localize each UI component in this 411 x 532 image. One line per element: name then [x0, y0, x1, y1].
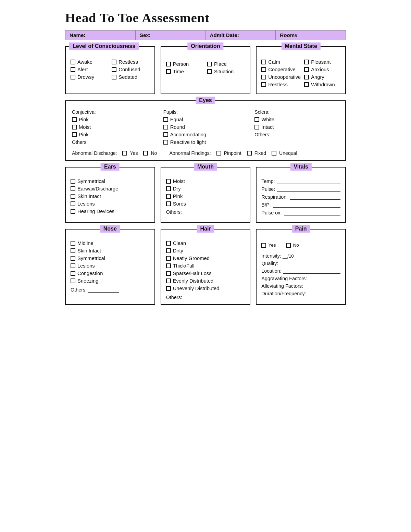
cb-fixed-box[interactable] [247, 151, 252, 156]
findings-pinpoint-label: Pinpoint [224, 150, 241, 156]
cb-evenly-distributed-box[interactable] [166, 279, 171, 283]
cb-anxious-box[interactable] [304, 67, 309, 72]
cb-earwax-box[interactable] [71, 186, 75, 191]
cb-uncooperative-box[interactable] [261, 75, 266, 79]
cb-pain-no-box[interactable] [286, 243, 291, 248]
findings-label: Abnormal Findings: [169, 150, 211, 156]
cb-clean: Clean [166, 240, 245, 246]
conj-others: Others: [72, 139, 157, 145]
cb-withdrawn-box[interactable] [304, 82, 309, 87]
findings-fixed-group: Fixed [247, 150, 266, 156]
findings-fixed-label: Fixed [254, 150, 266, 156]
cb-hearing-devices: Hearing Devices [71, 209, 150, 214]
cb-round-box[interactable] [163, 125, 168, 129]
cb-anxious: Anxious [304, 67, 340, 72]
cb-sneezing-box[interactable] [71, 279, 75, 283]
cb-angry-box[interactable] [304, 75, 309, 79]
cb-thick-full-box[interactable] [166, 263, 171, 268]
cb-symmetrical-nose-box[interactable] [71, 256, 75, 261]
cb-moist: Moist [166, 178, 245, 184]
nose-others-label: Others: [71, 287, 87, 293]
cb-situation: Situation [207, 69, 245, 74]
cb-sores-box[interactable] [166, 201, 171, 206]
cb-pinpoint-box[interactable] [216, 151, 221, 156]
cb-skin-intact-nose-box[interactable] [71, 248, 75, 253]
cb-cooperative-box[interactable] [261, 67, 266, 72]
cb-uncooperative: Uncooperative [261, 74, 301, 80]
cb-confused: Confused [112, 67, 149, 72]
cb-discharge-no-box[interactable] [143, 151, 148, 156]
cb-neatly-groomed-box[interactable] [166, 256, 171, 261]
cb-unequal-box[interactable] [272, 151, 276, 156]
cb-intact-box[interactable] [254, 125, 259, 129]
cb-conj-moist-box[interactable] [72, 125, 77, 129]
cb-calm: Calm [261, 59, 301, 65]
cb-conj-pink2-box[interactable] [72, 132, 77, 137]
mid-sections: Ears Symmetrical Earwax/Discharge Skin I… [65, 167, 346, 223]
vitals-pulseox: Pulse ox: [261, 210, 340, 215]
eyes-section: Eyes Conjuctiva: Pink Moist Pink Others:… [65, 100, 346, 161]
cb-discharge-yes-box[interactable] [122, 151, 127, 156]
pain-quality: Quality: [261, 261, 340, 266]
cb-reactive-box[interactable] [163, 140, 168, 145]
cb-hearing-devices-box[interactable] [71, 209, 75, 214]
cb-symmetrical-box[interactable] [71, 179, 75, 184]
cb-evenly-distributed: Evenly Distributed [166, 278, 245, 284]
cb-pink-mouth-box[interactable] [166, 194, 171, 199]
cb-dirty: Dirty [166, 248, 245, 253]
cb-accommodating-box[interactable] [163, 132, 168, 137]
cb-pain-no: No [286, 243, 299, 248]
consciousness-title: Level of Consciousness [69, 42, 139, 50]
nose-others-line: Others: [71, 287, 150, 293]
hair-others-line: Others: [166, 295, 245, 300]
cb-moist-box[interactable] [166, 179, 171, 184]
cb-place-box[interactable] [207, 62, 212, 66]
cb-white-box[interactable] [254, 117, 259, 122]
cb-skin-intact-ears-box[interactable] [71, 194, 75, 199]
cb-accommodating: Accommodating [163, 132, 248, 137]
cb-confused-box[interactable] [112, 67, 116, 72]
cb-dry-box[interactable] [166, 186, 171, 191]
cb-awake-box[interactable] [71, 60, 75, 64]
cb-lesions-ears-box[interactable] [71, 201, 75, 206]
cb-unevenly-distributed-box[interactable] [166, 286, 171, 291]
cb-time-box[interactable] [166, 69, 171, 74]
cb-pain-yes-box[interactable] [261, 243, 266, 248]
discharge-yes-label: Yes [130, 150, 138, 156]
discharge-no-group: No [143, 150, 157, 156]
cb-drowsy: Drowsy [71, 74, 108, 80]
discharge-label: Abnormal Discharge: [72, 150, 117, 156]
cb-situation-box[interactable] [207, 69, 212, 74]
cb-restless-box[interactable] [112, 60, 116, 64]
cb-person-box[interactable] [166, 62, 171, 66]
cb-drowsy-box[interactable] [71, 75, 75, 79]
cb-clean-box[interactable] [166, 241, 171, 246]
cb-equal: Equal [163, 117, 248, 122]
cb-alert-box[interactable] [71, 67, 75, 72]
cb-conj-pink1-box[interactable] [72, 117, 77, 122]
cb-symmetrical: Symmetrical [71, 178, 150, 184]
cb-restless: Restless [112, 59, 149, 65]
cb-pleasant-box[interactable] [304, 60, 309, 64]
pain-intensity: Intensity: __/10 [261, 253, 340, 259]
cb-earwax: Earwax/Discharge [71, 186, 150, 191]
cb-congestion-box[interactable] [71, 271, 75, 276]
cb-sedated-box[interactable] [112, 75, 116, 79]
header-room: Room# [276, 30, 346, 40]
cb-restless-ms-box[interactable] [261, 82, 266, 87]
cb-sparse-hair-loss: Sparse/Hair Loss [166, 271, 245, 276]
pain-duration: Duration/Frequency: [261, 291, 340, 296]
cb-midline-box[interactable] [71, 241, 75, 246]
cb-midline: Midline [71, 240, 150, 246]
vitals-bp: B/P: [261, 202, 340, 208]
cb-symmetrical-nose: Symmetrical [71, 256, 150, 261]
vitals-resp: Respiration: [261, 194, 340, 200]
consciousness-section: Level of Consciousness Awake Alert Drows… [65, 46, 155, 94]
cb-calm-box[interactable] [261, 60, 266, 64]
hair-title: Hair [197, 225, 214, 233]
cb-dirty-box[interactable] [166, 248, 171, 253]
cb-lesions-nose-box[interactable] [71, 263, 75, 268]
pupils-label: Pupils: [163, 109, 248, 115]
cb-equal-box[interactable] [163, 117, 168, 122]
cb-sparse-hair-loss-box[interactable] [166, 271, 171, 276]
